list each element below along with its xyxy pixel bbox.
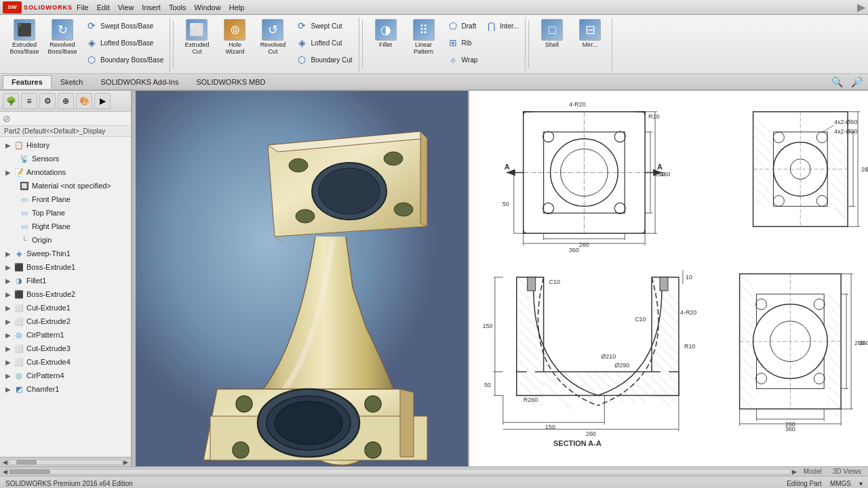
linear-pattern-button[interactable]: ⠿ LinearPattern <box>406 18 441 57</box>
tree-item-fillet1[interactable]: ▶ ◑ Fillet1 <box>0 274 131 287</box>
boundary-boss-base-button[interactable]: ⬡ Boundary Boss/Base <box>83 52 165 68</box>
expand-top <box>11 209 19 217</box>
model-tab[interactable]: Model <box>798 468 827 475</box>
cirpattern1-icon: ◎ <box>14 329 24 340</box>
boundary-cut-button[interactable]: ⬡ Boundary Cut <box>293 52 354 68</box>
tree-item-cut-extrude4[interactable]: ▶ ⬜ Cut-Extrude4 <box>0 355 131 369</box>
front-plane-label: Front Plane <box>32 195 71 203</box>
menu-edit[interactable]: Edit <box>93 2 114 13</box>
main-scroll-thumb[interactable] <box>9 470 50 474</box>
expand-fillet1[interactable]: ▶ <box>5 277 14 285</box>
tree-item-cut-extrude1[interactable]: ▶ ⬜ Cut-Extrude1 <box>0 301 131 314</box>
main-scrollbar-h[interactable]: ◀ ▶ Model 3D Views <box>0 466 868 476</box>
tree-item-origin[interactable]: └ Origin <box>0 233 131 247</box>
expand-boss1[interactable]: ▶ <box>5 264 14 271</box>
scroll-main-right[interactable]: ▶ <box>791 468 798 475</box>
tab-sketch[interactable]: Sketch <box>52 75 92 88</box>
menu-window[interactable]: Window <box>191 2 225 13</box>
expand-annotations[interactable]: ▶ <box>5 169 14 176</box>
scroll-right-arrow[interactable]: ▶ <box>122 459 130 466</box>
expand-cir4[interactable]: ▶ <box>5 372 14 380</box>
expand-icon[interactable]: ▶ <box>94 93 111 109</box>
menu-help[interactable]: Help <box>225 2 249 13</box>
extruded-cut-button[interactable]: ⬜ ExtrudedCut <box>179 18 214 57</box>
3dviews-tab[interactable]: 3D Views <box>827 468 867 475</box>
tree-item-material[interactable]: 🔲 Material <not specified> <box>0 179 131 192</box>
expand-cir1[interactable]: ▶ <box>5 331 14 339</box>
intersect-button[interactable]: ⋂ Inter... <box>482 18 521 34</box>
expand-cut2[interactable]: ▶ <box>5 318 14 325</box>
intersect-icon: ⋂ <box>484 19 498 33</box>
tree-item-history[interactable]: ▶ 📋 History <box>0 138 131 152</box>
dimension-icon[interactable]: ⊕ <box>58 93 74 109</box>
revolved-boss-base-button[interactable]: ↻ RevolvedBoss/Base <box>45 18 80 57</box>
shell-top: □ Shell ⊟ Mirr... <box>534 18 608 50</box>
swept-cut-button[interactable]: ⟳ Swept Cut <box>293 18 354 34</box>
properties-icon[interactable]: ≡ <box>21 93 37 109</box>
config-icon[interactable]: ⚙ <box>39 93 56 109</box>
shell-button[interactable]: □ Shell <box>534 18 570 50</box>
lofted-boss-base-button[interactable]: ◈ Lofted Boss/Base <box>83 35 165 51</box>
help-arrow-icon[interactable]: ▶ <box>857 1 865 14</box>
menu-file[interactable]: File <box>73 2 93 13</box>
history-icon: 📋 <box>14 140 24 150</box>
mirror-button[interactable]: ⊟ Mirr... <box>572 18 608 50</box>
scroll-main-left[interactable]: ◀ <box>1 468 9 475</box>
tree-item-chamfer1[interactable]: ▶ ◩ Chamfer1 <box>0 382 131 396</box>
menu-tools[interactable]: Tools <box>165 2 191 13</box>
tree-item-annotations[interactable]: ▶ 📝 Annotations <box>0 165 131 179</box>
expand-cut3[interactable]: ▶ <box>5 345 14 352</box>
wrap-button[interactable]: ⟐ Wrap <box>444 52 480 68</box>
search-icon[interactable]: 🔍 <box>829 75 846 89</box>
tab-addins[interactable]: SOLIDWORKS Add-Ins <box>92 75 188 88</box>
fillet-button[interactable]: ◑ Fillet <box>368 18 403 50</box>
filter-icon[interactable]: ⊘ <box>3 113 11 124</box>
main-scroll-track[interactable] <box>9 469 791 474</box>
tree-item-boss-extrude2[interactable]: ▶ ⬛ Boss-Extrude2 <box>0 287 131 301</box>
rib-button[interactable]: ⊞ Rib <box>444 35 480 51</box>
intersect-label: Inter... <box>500 22 519 30</box>
hole-wizard-button[interactable]: ⊚ HoleWizard <box>217 18 252 57</box>
expand-sweep[interactable]: ▶ <box>5 250 14 258</box>
expand-boss2[interactable]: ▶ <box>5 291 14 298</box>
expand-cut4[interactable]: ▶ <box>5 359 14 366</box>
tab-mbd[interactable]: SOLIDWORKS MBD <box>187 75 274 88</box>
tree-item-boss-extrude1[interactable]: ▶ ⬛ Boss-Extrude1 <box>0 260 131 274</box>
scroll-left-arrow[interactable]: ◀ <box>1 459 9 466</box>
boss-base-top: ⬛ ExtrudedBoss/Base ↻ RevolvedBoss/Base … <box>7 18 165 68</box>
revolve-cut-icon: ↺ <box>262 19 283 41</box>
3d-viewport[interactable] <box>136 91 468 466</box>
tree-item-top-plane[interactable]: ▭ Top Plane <box>0 206 131 220</box>
expand-cut1[interactable]: ▶ <box>5 304 14 312</box>
tree-item-cirpattern1[interactable]: ▶ ◎ CirPattern1 <box>0 328 131 342</box>
tree-scrollbar[interactable]: ◀ ▶ <box>0 457 131 466</box>
tree-item-front-plane[interactable]: ▭ Front Plane <box>0 192 131 206</box>
expand-chamfer1[interactable]: ▶ <box>5 386 14 393</box>
sensors-label: Sensors <box>32 155 59 163</box>
features-small-group2: ⋂ Inter... <box>482 18 521 34</box>
menu-view[interactable]: View <box>114 2 138 13</box>
tree-item-right-plane[interactable]: ▭ Right Plane <box>0 220 131 233</box>
feature-tree-icon[interactable]: 🌳 <box>3 93 19 109</box>
hole-wizard-label: HoleWizard <box>225 42 244 56</box>
extruded-boss-base-button[interactable]: ⬛ ExtrudedBoss/Base <box>7 18 42 57</box>
appearance-icon[interactable]: 🎨 <box>76 93 92 109</box>
tree-item-cut-extrude2[interactable]: ▶ ⬜ Cut-Extrude2 <box>0 314 131 328</box>
revolved-cut-button[interactable]: ↺ RevolvedCut <box>255 18 290 57</box>
scroll-track[interactable] <box>9 460 122 465</box>
lofted-cut-button[interactable]: ◈ Lofted Cut <box>293 35 354 51</box>
search-commands-icon[interactable]: 🔎 <box>848 75 865 89</box>
svg-point-6 <box>296 209 315 223</box>
tree-item-cirpattern4[interactable]: ▶ ◎ CirPattern4 <box>0 369 131 382</box>
tree-item-sensors[interactable]: 📡 Sensors <box>0 152 131 165</box>
cut-small-group: ⟳ Swept Cut ◈ Lofted Cut ⬡ Boundary Cut <box>293 18 354 68</box>
tree-item-cut-extrude3[interactable]: ▶ ⬜ Cut-Extrude3 <box>0 342 131 355</box>
material-icon: 🔲 <box>19 180 30 191</box>
tree-item-sweep-thin1[interactable]: ▶ ◈ Sweep-Thin1 <box>0 247 131 260</box>
tab-features[interactable]: Features <box>3 75 52 89</box>
swept-boss-base-button[interactable]: ⟳ Swept Boss/Base <box>83 18 165 34</box>
menu-insert[interactable]: Insert <box>138 2 165 13</box>
draft-button[interactable]: ⬠ Draft <box>444 18 480 34</box>
expand-history[interactable]: ▶ <box>5 142 14 149</box>
scroll-thumb[interactable] <box>16 460 37 464</box>
